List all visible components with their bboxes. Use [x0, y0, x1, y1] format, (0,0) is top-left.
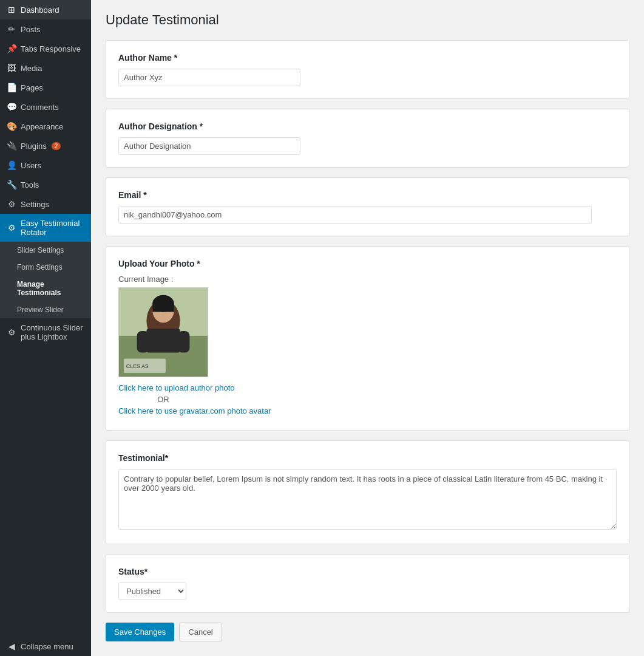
tools-icon: 🔧 — [6, 180, 17, 190]
email-section: Email * — [106, 177, 629, 236]
sidebar-item-settings[interactable]: ⚙ Settings — [0, 194, 91, 214]
svg-rect-6 — [146, 329, 180, 352]
author-photo-svg: CLES AS — [119, 288, 208, 377]
sidebar-item-plugins[interactable]: 🔌 Plugins 2 — [0, 136, 91, 155]
sidebar-item-label: Comments — [21, 103, 59, 112]
sidebar-item-label: Easy Testimonial Rotator — [21, 219, 85, 237]
sidebar-item-users[interactable]: 👤 Users — [0, 155, 91, 175]
cancel-button[interactable]: Cancel — [179, 623, 222, 641]
sidebar-item-label: Posts — [21, 25, 41, 34]
current-image-label: Current Image : — [118, 275, 617, 284]
tabs-icon: 📌 — [6, 44, 17, 53]
author-designation-label: Author Designation * — [118, 121, 617, 131]
sidebar: ⊞ Dashboard ✏ Posts 📌 Tabs Responsive 🖼 … — [0, 0, 91, 656]
sidebar-collapse[interactable]: ◀ Collapse menu — [0, 637, 91, 656]
plugins-icon: 🔌 — [6, 141, 17, 151]
sidebar-item-comments[interactable]: 💬 Comments — [0, 97, 91, 117]
posts-icon: ✏ — [6, 24, 17, 34]
testimonial-textarea[interactable]: Contrary to popular belief, Lorem Ipsum … — [118, 469, 617, 530]
sidebar-item-label: Tabs Responsive — [21, 44, 81, 53]
action-bar: Save Changes Cancel — [106, 623, 629, 641]
sidebar-item-pages[interactable]: 📄 Pages — [0, 78, 91, 97]
pages-icon: 📄 — [6, 83, 17, 92]
sidebar-item-label: Continuous Slider plus Lightbox — [21, 323, 85, 341]
svg-text:CLES AS: CLES AS — [126, 363, 149, 369]
sidebar-item-label: Plugins — [21, 142, 47, 151]
upload-photo-label: Upload Your Photo * — [118, 259, 617, 268]
sidebar-item-label: Appearance — [21, 122, 63, 131]
gravatar-link[interactable]: Click here to use gravatar.com photo ava… — [118, 406, 617, 415]
svg-rect-7 — [137, 331, 149, 353]
email-input[interactable] — [118, 206, 592, 224]
easy-testimonial-icon: ⚙ — [6, 223, 17, 233]
sidebar-item-label: Dashboard — [21, 5, 59, 15]
sidebar-item-tabs-responsive[interactable]: 📌 Tabs Responsive — [0, 39, 91, 58]
author-name-section: Author Name * — [106, 40, 629, 99]
collapse-label: Collapse menu — [21, 642, 73, 651]
sidebar-item-label: Settings — [21, 200, 49, 209]
submenu-form-settings[interactable]: Form Settings — [0, 259, 91, 276]
collapse-icon: ◀ — [6, 641, 17, 651]
media-icon: 🖼 — [6, 63, 17, 73]
save-button[interactable]: Save Changes — [106, 623, 174, 641]
testimonial-label: Testimonial* — [118, 453, 617, 463]
users-icon: 👤 — [6, 160, 17, 170]
sidebar-item-appearance[interactable]: 🎨 Appearance — [0, 117, 91, 136]
continuous-slider-icon: ⚙ — [6, 327, 17, 337]
submenu-slider-settings[interactable]: Slider Settings — [0, 242, 91, 259]
settings-icon: ⚙ — [6, 199, 17, 209]
submenu-preview-slider[interactable]: Preview Slider — [0, 301, 91, 318]
testimonial-section: Testimonial* Contrary to popular belief,… — [106, 440, 629, 544]
upload-photo-link[interactable]: Click here to upload author photo — [118, 383, 617, 392]
sidebar-item-media[interactable]: 🖼 Media — [0, 58, 91, 78]
author-designation-section: Author Designation * — [106, 109, 629, 168]
svg-rect-5 — [152, 304, 174, 312]
sidebar-item-continuous-slider[interactable]: ⚙ Continuous Slider plus Lightbox — [0, 318, 91, 346]
sidebar-item-label: Users — [21, 161, 41, 170]
sidebar-item-label: Media — [21, 64, 42, 73]
sidebar-item-label: Pages — [21, 83, 43, 92]
appearance-icon: 🎨 — [6, 121, 17, 131]
author-name-input[interactable] — [118, 69, 300, 86]
or-text: OR — [118, 395, 208, 404]
easy-testimonial-submenu: Slider Settings Form Settings Manage Tes… — [0, 242, 91, 318]
status-label: Status* — [118, 567, 617, 576]
comments-icon: 💬 — [6, 102, 17, 112]
author-designation-input[interactable] — [118, 137, 300, 155]
author-name-label: Author Name * — [118, 53, 617, 63]
dashboard-icon: ⊞ — [6, 5, 17, 15]
main-content: Update Testimonial Author Name * Author … — [91, 0, 644, 656]
sidebar-item-posts[interactable]: ✏ Posts — [0, 19, 91, 39]
page-title: Update Testimonial — [106, 12, 629, 28]
sidebar-item-easy-testimonial[interactable]: ⚙ Easy Testimonial Rotator — [0, 214, 91, 242]
email-label: Email * — [118, 190, 617, 200]
sidebar-item-dashboard[interactable]: ⊞ Dashboard — [0, 0, 91, 19]
sidebar-item-tools[interactable]: 🔧 Tools — [0, 175, 91, 194]
author-photo: CLES AS — [118, 287, 208, 377]
sidebar-item-label: Tools — [21, 180, 39, 190]
status-select[interactable]: Published Draft Pending — [118, 583, 186, 600]
status-section: Status* Published Draft Pending — [106, 554, 629, 613]
submenu-manage-testimonials[interactable]: Manage Testimonials — [0, 276, 91, 301]
upload-photo-section: Upload Your Photo * Current Image : — [106, 246, 629, 431]
plugins-badge: 2 — [52, 142, 61, 150]
svg-rect-8 — [178, 331, 190, 353]
